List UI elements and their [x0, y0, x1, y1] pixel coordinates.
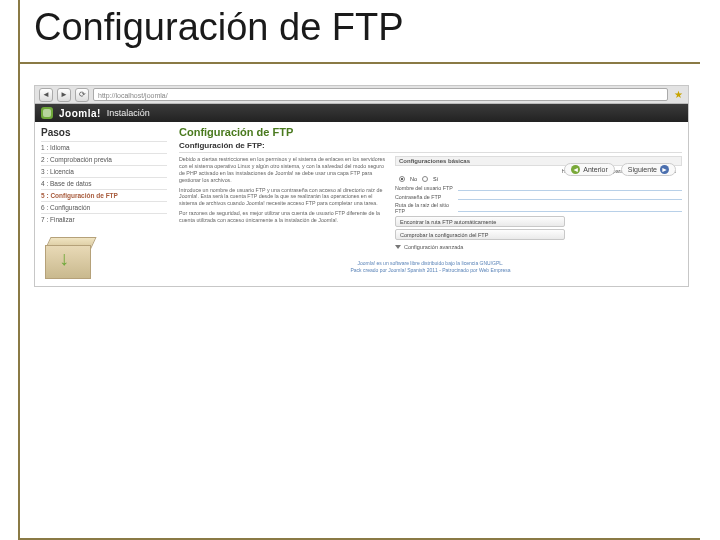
steps-title: Pasos [41, 127, 167, 138]
forward-button[interactable]: ► [57, 88, 71, 102]
next-label: Siguiente [628, 166, 657, 173]
ftp-pass-input[interactable] [458, 193, 682, 200]
wizard-nav: ◄ Anterior Siguiente ► [564, 163, 676, 176]
reload-button[interactable]: ⟳ [75, 88, 89, 102]
step-item-licencia[interactable]: 3 : Licencia [41, 165, 167, 177]
steps-sidebar: Pasos 1 : Idioma 2 : Comprobación previa… [35, 122, 173, 286]
slide-title: Configuración de FTP [34, 6, 404, 49]
ftp-radio-yes-label: Sí [433, 176, 438, 182]
download-arrow-icon: ↓ [59, 247, 69, 270]
bookmark-star-icon[interactable]: ★ [672, 89, 684, 100]
browser-toolbar: ◄ ► ⟳ http://localhost/joomla/ ★ [35, 86, 688, 104]
joomla-section-label: Instalación [107, 108, 150, 118]
main-panel: ◄ Anterior Siguiente ► Configuración de … [173, 122, 688, 286]
next-arrow-icon: ► [660, 165, 669, 174]
slide-left-rule [18, 0, 20, 538]
description-text: Debido a ciertas restricciones en los pe… [179, 156, 389, 250]
step-item-basedatos[interactable]: 4 : Base de datos [41, 177, 167, 189]
browser-window: ◄ ► ⟳ http://localhost/joomla/ ★ Joomla!… [34, 85, 689, 287]
description-para-1: Debido a ciertas restricciones en los pe… [179, 156, 389, 184]
back-button[interactable]: ◄ [39, 88, 53, 102]
ftp-pass-label: Contraseña de FTP [395, 194, 455, 200]
description-para-2: Introduce un nombre de usuario FTP y una… [179, 187, 389, 208]
prev-label: Anterior [583, 166, 608, 173]
installer-footer: Joomla! es un software libre distribuido… [179, 260, 682, 274]
footer-line-2: Pack creado por Joomla! Spanish 2011 - P… [179, 267, 682, 274]
step-item-comprobacion[interactable]: 2 : Comprobación previa [41, 153, 167, 165]
next-button[interactable]: Siguiente ► [621, 163, 676, 176]
description-para-3: Por razones de seguridad, es mejor utili… [179, 210, 389, 224]
ftp-user-label: Nombre del usuario FTP [395, 185, 455, 191]
ftp-root-label: Ruta de la raíz del sitio FTP [395, 202, 455, 214]
installer-content: Pasos 1 : Idioma 2 : Comprobación previa… [35, 122, 688, 286]
ftp-radio-no-label: No [410, 176, 417, 182]
joomla-header: Joomla! Instalación [35, 104, 688, 122]
step-item-ftp[interactable]: 5 : Configuración de FTP [41, 189, 167, 201]
footer-line-1: Joomla! es un software libre distribuido… [179, 260, 682, 267]
joomla-logo-icon [41, 107, 53, 119]
advanced-settings-label: Configuración avanzada [404, 244, 463, 250]
slide-title-underline [18, 62, 700, 64]
step-item-finalizar[interactable]: 7 : Finalizar [41, 213, 167, 225]
step-item-idioma[interactable]: 1 : Idioma [41, 141, 167, 153]
chevron-down-icon [395, 245, 401, 249]
step-item-configuracion[interactable]: 6 : Configuración [41, 201, 167, 213]
address-bar[interactable]: http://localhost/joomla/ [93, 88, 668, 101]
page-title: Configuración de FTP [179, 126, 682, 138]
prev-button[interactable]: ◄ Anterior [564, 163, 615, 176]
autofind-path-button[interactable]: Encontrar la ruta FTP automáticamente [395, 216, 565, 227]
page-subtitle: Configuración de FTP: [179, 141, 682, 153]
package-box-icon: ↓ [41, 233, 101, 281]
prev-arrow-icon: ◄ [571, 165, 580, 174]
advanced-settings-toggle[interactable]: Configuración avanzada [395, 244, 682, 250]
ftp-user-input[interactable] [458, 184, 682, 191]
ftp-radio-yes[interactable] [422, 176, 428, 182]
ftp-radio-no[interactable] [399, 176, 405, 182]
ftp-root-input[interactable] [458, 205, 682, 212]
verify-ftp-button[interactable]: Comprobar la configuración del FTP [395, 229, 565, 240]
joomla-brand: Joomla! [59, 108, 101, 119]
